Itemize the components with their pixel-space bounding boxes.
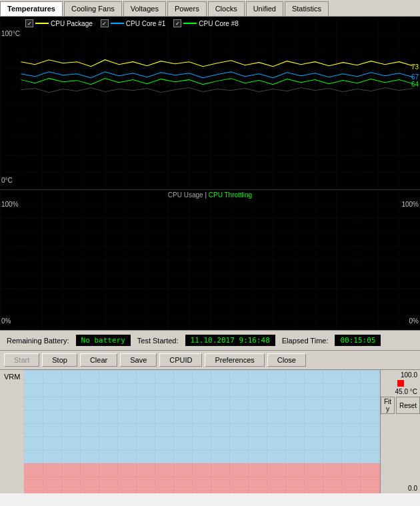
temperature-chart-section: ✓ CPU Package ✓ CPU Core #1 ✓ CPU Core #… xyxy=(0,17,420,330)
chart-legend: ✓ CPU Package ✓ CPU Core #1 ✓ CPU Core #… xyxy=(20,17,244,30)
elapsed-value: 00:15:05 xyxy=(335,335,381,346)
legend-check-core1[interactable]: ✓ xyxy=(101,19,109,27)
stop-button[interactable]: Stop xyxy=(42,353,77,367)
vrm-label: VRM xyxy=(0,370,24,493)
svg-rect-0 xyxy=(0,17,420,189)
vrm-chart-area xyxy=(24,370,380,493)
cpuid-button[interactable]: CPUID xyxy=(159,353,202,367)
tab-powers[interactable]: Powers xyxy=(167,1,207,16)
cpu-usage-label: CPU Usage xyxy=(168,191,203,199)
close-button[interactable]: Close xyxy=(267,353,306,367)
svg-rect-2 xyxy=(24,370,380,463)
battery-label: Remaining Battery: xyxy=(7,337,69,345)
start-button[interactable]: Start xyxy=(4,353,39,367)
tab-clocks[interactable]: Clocks xyxy=(208,1,245,16)
vrm-top-value: 100.0 xyxy=(382,371,419,379)
preferences-button[interactable]: Preferences xyxy=(205,353,264,367)
tab-temperatures[interactable]: Temperatures xyxy=(0,1,63,16)
legend-color-core8 xyxy=(183,23,197,24)
buttons-row: Start Stop Clear Save CPUID Preferences … xyxy=(0,351,420,370)
elapsed-label: Elapsed Time: xyxy=(282,337,329,345)
vrm-bottom-value: 0.0 xyxy=(382,485,419,492)
cpu-usage-chart: CPU Usage | CPU Throttling 100% 0% 100% … xyxy=(0,190,420,330)
vrm-grid xyxy=(24,370,380,463)
test-started-value: 11.10.2017 9:16:48 xyxy=(185,335,275,346)
tab-statistics[interactable]: Statistics xyxy=(285,1,329,16)
legend-label-core8: CPU Core #8 xyxy=(199,20,238,27)
test-started-label: Test Started: xyxy=(137,337,179,345)
battery-value: No battery xyxy=(76,335,131,346)
legend-cpu-core8[interactable]: ✓ CPU Core #8 xyxy=(173,19,238,27)
vrm-section: VRM xyxy=(0,370,420,493)
clear-button[interactable]: Clear xyxy=(80,353,117,367)
vrm-right-panel: 100.0 45.0 °C Fit y Reset 0.0 xyxy=(380,370,420,493)
vrm-red-svg xyxy=(24,463,380,493)
usage-svg xyxy=(0,190,420,330)
tab-unified[interactable]: Unified xyxy=(246,1,283,16)
vrm-fity-button[interactable]: Fit y xyxy=(381,397,395,414)
legend-color-package xyxy=(35,23,49,24)
status-bar: Remaining Battery: No battery Test Start… xyxy=(0,330,420,351)
legend-check-core8[interactable]: ✓ xyxy=(173,19,181,27)
cpu-throttle-label: CPU Throttling xyxy=(209,191,252,199)
legend-cpu-package[interactable]: ✓ CPU Package xyxy=(25,19,93,27)
vrm-controls: Fit y Reset xyxy=(381,397,420,414)
tab-bar: Temperatures Cooling Fans Voltages Power… xyxy=(0,0,420,17)
svg-rect-3 xyxy=(24,463,380,493)
legend-label-package: CPU Package xyxy=(51,20,93,27)
temperature-chart: ✓ CPU Package ✓ CPU Core #1 ✓ CPU Core #… xyxy=(0,17,420,190)
legend-check-package[interactable]: ✓ xyxy=(25,19,33,27)
vrm-red-indicator xyxy=(397,380,404,387)
legend-color-core1 xyxy=(111,23,124,24)
vrm-temp-value: 45.0 °C xyxy=(382,388,419,395)
tab-voltages[interactable]: Voltages xyxy=(123,1,166,16)
vrm-reset-button[interactable]: Reset xyxy=(396,397,420,414)
save-button[interactable]: Save xyxy=(120,353,157,367)
tab-cooling-fans[interactable]: Cooling Fans xyxy=(64,1,122,16)
vrm-red-section xyxy=(24,463,380,493)
legend-cpu-core1[interactable]: ✓ CPU Core #1 xyxy=(101,19,165,27)
svg-rect-1 xyxy=(0,190,420,330)
legend-label-core1: CPU Core #1 xyxy=(126,20,165,27)
temperature-svg xyxy=(0,17,420,189)
vrm-grid-svg xyxy=(24,370,380,463)
chart-subtitle: CPU Usage | CPU Throttling xyxy=(0,190,420,200)
